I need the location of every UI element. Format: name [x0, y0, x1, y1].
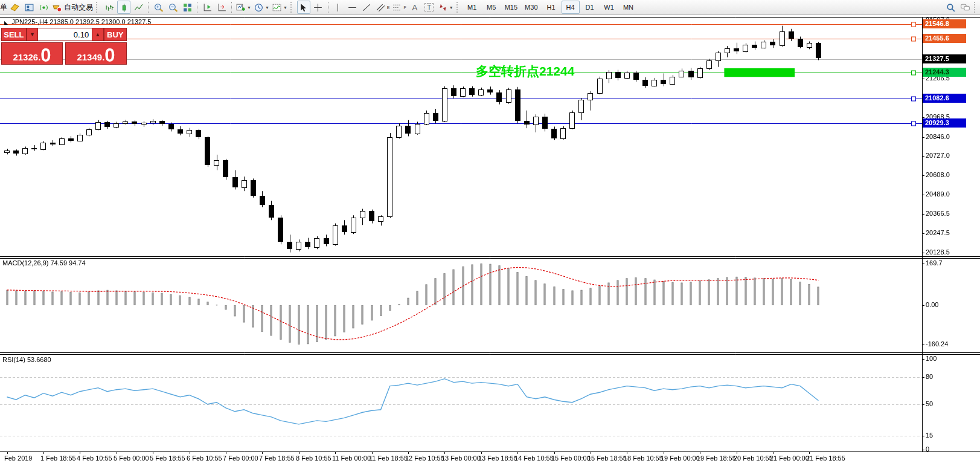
chart-shift-icon — [202, 2, 213, 13]
time-axis-label: 5 Feb 18:55 — [150, 455, 185, 462]
price-tick-label: 20247.5 — [926, 229, 950, 236]
text-button[interactable]: A — [408, 1, 421, 14]
dropdown-arrow-icon: ▼ — [283, 5, 287, 10]
tf-mn-button[interactable]: MN — [620, 1, 638, 14]
market-watch-icon — [24, 2, 34, 13]
time-axis-label: 15 Feb 00:00 — [551, 455, 591, 462]
new-order-button[interactable]: 单 — [0, 2, 7, 13]
macd-tick-label: 169.7 — [926, 259, 943, 267]
indicators-icon — [272, 2, 282, 13]
price-tick-label: 20608.0 — [926, 171, 950, 178]
tf-h4-button[interactable]: H4 — [562, 1, 580, 14]
tf-d1-button[interactable]: D1 — [581, 1, 599, 14]
trendline-button[interactable] — [360, 1, 374, 14]
time-axis-label: 11 Feb 18:55 — [369, 455, 408, 462]
search-icon — [946, 2, 956, 13]
main-toolbar: 单 自动交易 ▼ ▼ ▼ E F A T ▼ M1 — [0, 0, 980, 15]
tf-m1-button[interactable]: M1 — [463, 1, 481, 14]
chat-button[interactable] — [958, 1, 972, 14]
price-badge: 21244.3 — [923, 68, 966, 77]
time-axis-label: 18 Feb 10:55 — [624, 455, 663, 462]
price-badge: 21327.5 — [923, 54, 966, 63]
fibo-letter: F — [403, 5, 406, 10]
price-badge: 20929.3 — [923, 118, 966, 128]
new-chart-icon — [235, 2, 246, 13]
rsi-tick-label: 15 — [926, 432, 933, 439]
price-tick-label: 20489.0 — [926, 190, 950, 198]
zoom-in-button[interactable] — [152, 1, 165, 14]
toolbar-separator — [148, 2, 149, 13]
volume-increase-button[interactable]: ▲ — [92, 28, 103, 41]
time-axis-label: 19 Feb 00:00 — [661, 455, 700, 462]
chart-shift-button[interactable] — [200, 1, 214, 14]
tf-w1-button[interactable]: W1 — [600, 1, 618, 14]
time-axis-label: 14 Feb 10:55 — [514, 455, 554, 462]
time-axis-label: 7 Feb 18:55 — [259, 455, 295, 462]
tf-h1-button[interactable]: H1 — [542, 1, 560, 14]
buy-price-display[interactable]: 21349.0 — [65, 42, 127, 65]
price-badge: 21082.6 — [923, 94, 966, 103]
market-watch-button[interactable] — [22, 1, 36, 14]
horizontal-line-button[interactable] — [346, 1, 359, 14]
fibonacci-button[interactable]: F — [391, 1, 406, 14]
arrows-button[interactable]: ▼ — [437, 1, 454, 14]
tile-windows-button[interactable] — [181, 1, 194, 14]
time-axis-label: 13 Feb 00:00 — [441, 455, 481, 462]
sell-button[interactable]: SELL — [1, 28, 27, 41]
time-axis-label: 8 Feb 10:55 — [296, 455, 331, 462]
sell-price-main: 21326. — [13, 51, 40, 63]
cursor-button[interactable] — [297, 1, 310, 14]
new-chart-button[interactable]: ▼ — [235, 1, 252, 14]
toolbar-grip — [96, 2, 100, 13]
line-chart-button[interactable] — [132, 1, 145, 14]
horizontal-line-icon — [347, 2, 357, 13]
yellow-tool-button[interactable] — [8, 1, 21, 14]
chat-icon — [960, 2, 970, 13]
autotrade-icon — [52, 2, 62, 13]
ohlc-values: 21385.0 21392.5 21300.0 21327.5 — [50, 18, 151, 25]
periods-button[interactable]: ▼ — [253, 1, 270, 14]
pivot-annotation: 多空转折点21244 — [476, 63, 574, 80]
auto-scroll-button[interactable] — [215, 1, 228, 14]
yellow-tool-icon — [10, 2, 20, 13]
crosshair-button[interactable] — [312, 1, 325, 14]
fibonacci-icon — [392, 2, 402, 13]
time-axis-label: 4 Feb 10:55 — [77, 455, 112, 462]
vertical-line-button[interactable] — [331, 1, 345, 14]
time-axis-label: 21 Feb 00:00 — [770, 455, 809, 462]
buy-button[interactable]: BUY — [104, 28, 127, 41]
vertical-line-icon — [333, 2, 343, 13]
zoom-in-icon — [153, 2, 164, 13]
tile-windows-icon — [182, 2, 193, 13]
zoom-out-button[interactable] — [166, 1, 179, 14]
rsi-tick-label: 100 — [926, 355, 937, 362]
time-axis-label: Feb 2019 — [4, 455, 32, 462]
tf-m15-button[interactable]: M15 — [502, 1, 520, 14]
autotrade-label: 自动交易 — [64, 2, 93, 13]
tf-m30-button[interactable]: M30 — [522, 1, 540, 14]
volume-decrease-button[interactable]: ▼ — [27, 28, 38, 41]
macd-indicator-label: MACD(12,26,9) 74.59 94.74 — [2, 259, 86, 267]
volume-input[interactable] — [38, 28, 92, 41]
macd-tick-label: -160.24 — [926, 340, 948, 348]
crosshair-icon — [313, 2, 323, 13]
sell-price-big-digit: 0 — [40, 47, 51, 63]
chart-header: ◣ JPN225-,H4 21385.0 21392.5 21300.0 213… — [4, 18, 151, 25]
price-tick-label: 20366.5 — [926, 210, 950, 217]
candlestick-chart-button[interactable] — [117, 1, 130, 14]
tf-m5-button[interactable]: M5 — [482, 1, 501, 14]
autotrade-button[interactable]: 自动交易 — [51, 1, 94, 14]
bar-chart-button[interactable] — [103, 1, 116, 14]
channel-icon — [376, 2, 386, 13]
time-axis-label: 20 Feb 10:55 — [734, 455, 773, 462]
time-axis-label: 13 Feb 18:55 — [478, 455, 517, 462]
macd-tick-label: 0.00 — [926, 301, 938, 308]
label-button[interactable]: T — [423, 1, 436, 14]
indicators-button[interactable]: ▼ — [271, 1, 288, 14]
search-button[interactable] — [944, 1, 957, 14]
time-axis-label: 5 Feb 00:00 — [114, 455, 149, 462]
sell-price-display[interactable]: 21326.0 — [1, 42, 63, 65]
toolbar-grip — [456, 2, 461, 13]
channel-button[interactable]: E — [375, 1, 391, 14]
signal-button[interactable] — [37, 1, 50, 14]
